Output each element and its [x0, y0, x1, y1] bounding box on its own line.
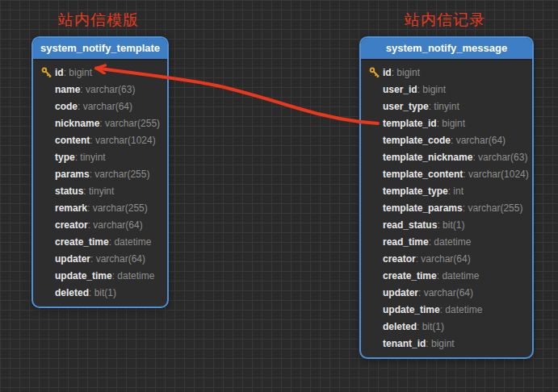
column-name: code	[55, 101, 78, 112]
column-name: create_time	[383, 270, 437, 281]
column-row-name[interactable]: name: varchar(63)	[33, 81, 167, 98]
table-header-message[interactable]: system_notify_message	[361, 38, 532, 60]
column-row-template_nickname[interactable]: template_nickname: varchar(63)	[361, 148, 532, 165]
column-row-template_content[interactable]: template_content: varchar(1024)	[361, 165, 532, 182]
column-name: template_id	[383, 118, 437, 129]
column-type: : int	[448, 186, 464, 197]
column-row-params[interactable]: params: varchar(255)	[33, 165, 167, 182]
column-row-creator[interactable]: creator: varchar(64)	[33, 216, 167, 233]
column-name: user_id	[383, 84, 417, 95]
column-type: : varchar(255)	[87, 202, 148, 214]
column-row-id[interactable]: id: bigint	[33, 64, 167, 81]
column-type: : varchar(255)	[463, 202, 523, 214]
column-name: creator	[383, 253, 416, 265]
column-row-content[interactable]: content: varchar(1024)	[33, 131, 167, 148]
column-type: : varchar(64)	[78, 101, 132, 112]
column-name: type	[55, 152, 75, 163]
column-row-template_code[interactable]: template_code: varchar(64)	[361, 131, 532, 148]
column-name: read_status	[383, 219, 437, 231]
column-row-status[interactable]: status: tinyint	[33, 182, 167, 199]
table-title-message: 站内信记录	[359, 10, 531, 30]
column-type: : varchar(255)	[90, 169, 150, 180]
column-row-template_id[interactable]: template_id: bigint	[361, 115, 532, 131]
column-name: content	[55, 135, 90, 146]
column-row-nickname[interactable]: nickname: varchar(255)	[33, 115, 167, 131]
column-row-code[interactable]: code: varchar(64)	[33, 98, 167, 115]
column-type: : datetime	[440, 304, 483, 315]
column-type: : varchar(64)	[416, 253, 471, 265]
column-row-updater[interactable]: updater: varchar(64)	[361, 284, 532, 301]
column-row-tenant_id[interactable]: tenant_id: bigint	[361, 335, 532, 352]
column-name: creator	[55, 219, 88, 231]
column-name: params	[55, 169, 90, 180]
column-name: template_type	[383, 186, 448, 197]
column-row-remark[interactable]: remark: varchar(255)	[33, 199, 167, 216]
column-type: : datetime	[112, 270, 155, 281]
column-name: deleted	[55, 287, 89, 298]
column-name: id	[55, 67, 64, 78]
column-row-update_time[interactable]: update_time: datetime	[361, 301, 532, 318]
column-name: template_content	[383, 169, 463, 180]
column-type: : tinyint	[83, 186, 114, 197]
column-type: : bit(1)	[417, 321, 444, 332]
column-name: create_time	[55, 236, 109, 248]
column-name: template_params	[383, 202, 463, 214]
column-name: update_time	[383, 304, 440, 315]
column-name: name	[55, 84, 80, 95]
column-type: : bigint	[417, 84, 446, 95]
column-type: : bigint	[426, 338, 454, 349]
primary-key-icon	[41, 67, 55, 77]
column-row-read_time[interactable]: read_time: datetime	[361, 233, 532, 250]
column-row-type[interactable]: type: tinyint	[33, 148, 167, 165]
primary-key-icon	[369, 67, 383, 77]
column-type: : varchar(63)	[80, 84, 135, 95]
column-type: : bigint	[437, 118, 465, 129]
column-name: updater	[383, 287, 418, 298]
column-name: template_code	[383, 135, 451, 146]
column-name: template_nickname	[383, 152, 472, 163]
column-row-deleted[interactable]: deleted: bit(1)	[361, 318, 532, 335]
column-name: id	[383, 67, 392, 78]
column-name: update_time	[55, 270, 112, 281]
column-type: : varchar(64)	[418, 287, 473, 298]
column-row-template_params[interactable]: template_params: varchar(255)	[361, 199, 532, 216]
column-type: : bit(1)	[437, 219, 464, 231]
column-type: : varchar(64)	[90, 253, 145, 265]
table-header-template[interactable]: system_notify_template	[33, 38, 167, 60]
column-name: status	[55, 186, 83, 197]
column-type: : bigint	[392, 67, 420, 78]
column-type: : varchar(64)	[451, 135, 506, 146]
table-system-notify-message[interactable]: system_notify_message id: bigintuser_id:…	[359, 36, 534, 359]
column-type: : varchar(255)	[99, 118, 160, 129]
column-name: nickname	[55, 118, 99, 129]
column-type: : datetime	[429, 236, 472, 248]
table-title-template: 站内信模版	[31, 10, 166, 30]
column-type: : varchar(64)	[88, 219, 143, 231]
column-row-updater[interactable]: updater: varchar(64)	[33, 250, 167, 267]
column-row-create_time[interactable]: create_time: datetime	[361, 267, 532, 284]
column-row-deleted[interactable]: deleted: bit(1)	[33, 284, 167, 301]
column-row-user_type[interactable]: user_type: tinyint	[361, 98, 532, 115]
column-row-creator[interactable]: creator: varchar(64)	[361, 250, 532, 267]
column-type: : bit(1)	[89, 287, 116, 298]
column-type: : tinyint	[75, 152, 106, 163]
column-type: : datetime	[437, 270, 480, 281]
column-row-template_type[interactable]: template_type: int	[361, 182, 532, 199]
column-row-update_time[interactable]: update_time: datetime	[33, 267, 167, 284]
column-row-create_time[interactable]: create_time: datetime	[33, 233, 167, 250]
column-type: : bigint	[64, 67, 92, 78]
column-row-id[interactable]: id: bigint	[361, 64, 532, 81]
column-name: read_time	[383, 236, 429, 248]
diagram-canvas[interactable]: 站内信模版 站内信记录 system_notify_template id: b…	[0, 0, 558, 392]
table-body-message: id: bigintuser_id: bigintuser_type: tiny…	[361, 60, 532, 357]
column-name: user_type	[383, 101, 429, 112]
column-name: remark	[55, 202, 87, 214]
column-row-user_id[interactable]: user_id: bigint	[361, 81, 532, 98]
column-row-read_status[interactable]: read_status: bit(1)	[361, 216, 532, 233]
column-name: tenant_id	[383, 338, 426, 349]
column-type: : tinyint	[429, 101, 459, 112]
table-body-template: id: bigintname: varchar(63)code: varchar…	[33, 60, 167, 307]
column-name: updater	[55, 253, 90, 265]
column-type: : varchar(1024)	[463, 169, 528, 180]
table-system-notify-template[interactable]: system_notify_template id: bigintname: v…	[31, 36, 169, 308]
